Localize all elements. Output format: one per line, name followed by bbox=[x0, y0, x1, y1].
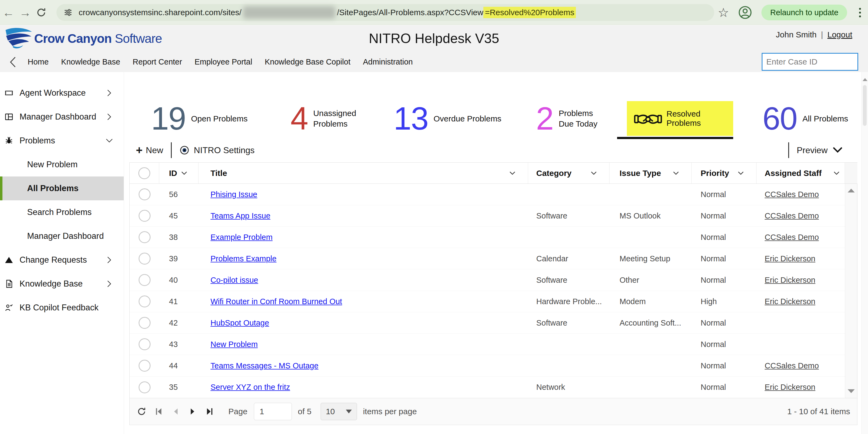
chevron-right-icon bbox=[107, 280, 112, 288]
next-page-icon[interactable] bbox=[188, 407, 197, 416]
sidebar-item-change-requests[interactable]: Change Requests bbox=[0, 248, 124, 272]
column-menu-icon[interactable] bbox=[673, 171, 679, 175]
sidebar-item-new-problem[interactable]: New Problem bbox=[0, 153, 124, 176]
page-number-input[interactable] bbox=[254, 403, 292, 420]
nav-item-employee-portal[interactable]: Employee Portal bbox=[194, 58, 252, 66]
row-select-radio[interactable] bbox=[138, 381, 151, 393]
stat-overdue-problems[interactable]: 13Overdue Problems bbox=[394, 98, 501, 139]
row-title-link[interactable]: Teams Messages - MS Outage bbox=[211, 361, 318, 370]
row-title-link[interactable]: Wifi Router in Conf Room Burned Out bbox=[211, 297, 342, 306]
row-select-radio[interactable] bbox=[138, 189, 151, 200]
row-assigned-link[interactable]: CCSales Demo bbox=[765, 190, 819, 199]
page-scrollbar[interactable] bbox=[862, 72, 868, 434]
row-assigned-link[interactable]: Eric Dickerson bbox=[765, 254, 815, 263]
nav-item-kb-copilot[interactable]: Knowledge Base Copilot bbox=[265, 58, 350, 66]
grid-scrollbar[interactable] bbox=[845, 184, 857, 398]
column-header-priority[interactable]: Priority bbox=[692, 163, 756, 183]
scroll-down-icon[interactable] bbox=[848, 389, 855, 393]
case-id-input[interactable] bbox=[763, 54, 868, 70]
row-title-link[interactable]: HubSpot Outage bbox=[211, 319, 269, 328]
browser-reload-icon[interactable] bbox=[36, 7, 46, 18]
sidebar-item-all-problems[interactable]: All Problems bbox=[0, 176, 124, 200]
row-select-radio[interactable] bbox=[138, 338, 151, 350]
column-menu-icon[interactable] bbox=[590, 171, 597, 175]
row-title-link[interactable]: Teams App Issue bbox=[211, 211, 271, 221]
logout-link[interactable]: Logout bbox=[827, 30, 852, 39]
column-menu-icon[interactable] bbox=[509, 171, 516, 175]
column-menu-icon[interactable] bbox=[181, 171, 187, 175]
row-select-radio[interactable] bbox=[138, 274, 151, 286]
row-select-radio[interactable] bbox=[138, 253, 151, 265]
sidebar-item-manager-dashboard-child[interactable]: Manager Dashboard bbox=[0, 224, 124, 248]
sidebar-item-knowledge-base[interactable]: Knowledge Base bbox=[0, 272, 124, 296]
column-header-title[interactable]: Title bbox=[198, 163, 528, 183]
scroll-up-icon[interactable] bbox=[848, 189, 855, 193]
row-priority: High bbox=[692, 297, 756, 306]
site-settings-icon[interactable] bbox=[63, 8, 73, 17]
sidebar-item-kb-copilot-feedback[interactable]: KB Copilot Feedback bbox=[0, 296, 124, 320]
nav-item-knowledge-base[interactable]: Knowledge Base bbox=[61, 58, 120, 66]
scrollbar-thumb[interactable] bbox=[863, 85, 867, 126]
row-issue-type: Accounting Soft... bbox=[610, 319, 692, 328]
nav-item-home[interactable]: Home bbox=[28, 58, 49, 66]
browser-menu-icon[interactable] bbox=[856, 7, 864, 19]
grid-header: ID Title Category Issue Type Priority bbox=[130, 163, 857, 184]
row-assigned-link[interactable]: Eric Dickerson bbox=[765, 297, 815, 306]
preview-button[interactable]: Preview bbox=[797, 145, 828, 155]
row-select-radio[interactable] bbox=[138, 210, 151, 222]
row-title-link[interactable]: Example Problem bbox=[211, 233, 273, 242]
sidebar: Agent Workspace Manager Dashboard Proble… bbox=[0, 72, 124, 434]
new-button[interactable]: New bbox=[146, 145, 163, 155]
problems-grid: ID Title Category Issue Type Priority bbox=[129, 162, 858, 425]
chevron-right-icon bbox=[107, 113, 112, 121]
select-all-radio[interactable] bbox=[138, 167, 150, 179]
sidebar-item-manager-dashboard[interactable]: Manager Dashboard bbox=[0, 105, 124, 129]
browser-profile-icon[interactable] bbox=[738, 5, 752, 20]
sidebar-item-search-problems[interactable]: Search Problems bbox=[0, 200, 124, 224]
address-bar[interactable]: crowcanyonsystemsinc.sharepoint.com/site… bbox=[56, 4, 714, 21]
stat-resolved-problems[interactable]: Resolved Problems bbox=[627, 101, 733, 136]
column-header-issue-type[interactable]: Issue Type bbox=[610, 163, 692, 183]
items-per-page-select[interactable]: 10 bbox=[321, 403, 357, 420]
row-select-radio[interactable] bbox=[138, 317, 151, 329]
row-select-radio[interactable] bbox=[138, 360, 151, 372]
column-menu-icon[interactable] bbox=[738, 171, 744, 175]
row-assigned-link[interactable]: Eric Dickerson bbox=[765, 276, 815, 285]
stat-unassigned-problems[interactable]: 4Unassigned Problems bbox=[290, 98, 360, 139]
row-title-link[interactable]: Co-pilot issue bbox=[211, 276, 258, 285]
row-assigned-link[interactable]: Eric Dickerson bbox=[765, 383, 815, 392]
column-header-assigned-staff[interactable]: Assigned Staff bbox=[756, 163, 845, 183]
relaunch-to-update-button[interactable]: Relaunch to update bbox=[762, 5, 847, 20]
row-title-link[interactable]: Phising Issue bbox=[211, 190, 257, 199]
row-select-radio[interactable] bbox=[138, 296, 151, 307]
refresh-icon[interactable] bbox=[137, 407, 147, 416]
nitro-settings-button[interactable]: NITRO Settings bbox=[194, 145, 255, 155]
scroll-up-icon[interactable] bbox=[863, 78, 867, 81]
column-menu-icon[interactable] bbox=[833, 171, 840, 175]
sidebar-item-problems[interactable]: Problems bbox=[0, 129, 124, 153]
browser-back-icon[interactable]: ← bbox=[0, 6, 17, 19]
browser-forward-icon[interactable]: → bbox=[17, 6, 34, 19]
row-assigned-link[interactable]: CCSales Demo bbox=[765, 361, 819, 370]
previous-page-icon[interactable] bbox=[171, 407, 181, 416]
nav-item-report-center[interactable]: Report Center bbox=[133, 58, 182, 66]
row-assigned-link[interactable]: CCSales Demo bbox=[765, 233, 819, 242]
column-header-id[interactable]: ID bbox=[159, 163, 198, 183]
column-header-category[interactable]: Category bbox=[528, 163, 610, 183]
row-title-link[interactable]: Problems Example bbox=[211, 254, 276, 263]
stat-open-problems[interactable]: 19Open Problems bbox=[151, 98, 248, 139]
row-assigned-link[interactable]: CCSales Demo bbox=[765, 211, 819, 221]
sidebar-item-agent-workspace[interactable]: Agent Workspace bbox=[0, 81, 124, 105]
row-title-link[interactable]: Server XYZ on the fritz bbox=[211, 383, 290, 392]
last-page-icon[interactable] bbox=[205, 407, 214, 416]
nav-item-administration[interactable]: Administration bbox=[363, 58, 413, 66]
first-page-icon[interactable] bbox=[154, 407, 164, 416]
row-select-radio[interactable] bbox=[138, 231, 151, 243]
stat-problems-due-today[interactable]: 2Problems Due Today bbox=[536, 98, 610, 139]
stat-all-problems[interactable]: 60All Problems bbox=[763, 98, 848, 139]
bookmark-star-icon[interactable]: ☆ bbox=[718, 6, 729, 19]
row-category: Network bbox=[528, 383, 610, 392]
row-title-link[interactable]: New Problem bbox=[211, 340, 258, 349]
nav-collapse-chevron-icon[interactable] bbox=[9, 56, 16, 68]
row-id: 43 bbox=[159, 340, 198, 349]
